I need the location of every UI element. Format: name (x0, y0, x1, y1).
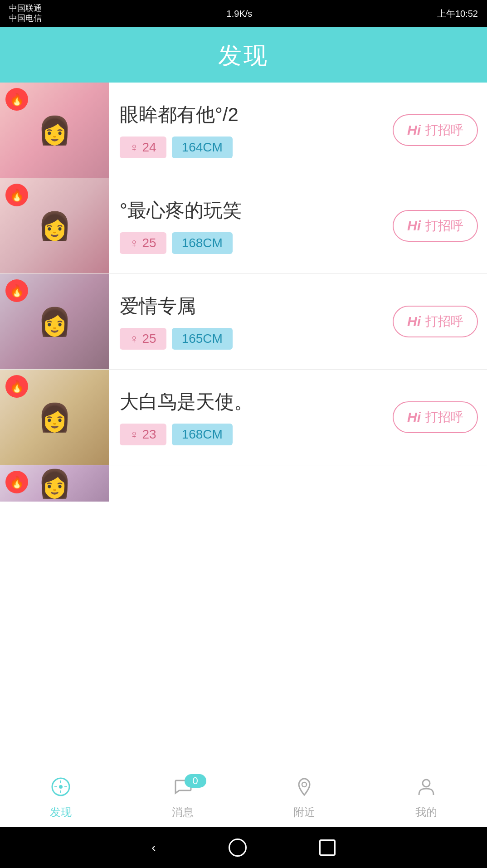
hi-text: 打招呼 (425, 217, 463, 234)
nav-nearby[interactable]: 附近 (244, 773, 365, 823)
user-info: °最心疼的玩笑 ♀ 25 168CM (109, 189, 393, 263)
hi-text: 打招呼 (425, 313, 463, 330)
page-title: 发现 (0, 40, 487, 72)
user-name: 爱情专属 (120, 293, 382, 319)
age-tag: ♀ 25 (120, 328, 166, 350)
user-card: 👩 🔥 眼眸都有他°/2 ♀ 24 164CM Hi 打招呼 (0, 83, 487, 178)
hi-text: 打招呼 (425, 122, 463, 139)
fire-badge: 🔥 (5, 279, 28, 302)
hi-button[interactable]: Hi 打招呼 (393, 401, 478, 433)
avatar-wrap[interactable]: 👩 🔥 (0, 178, 109, 273)
fire-badge: 🔥 (5, 375, 28, 398)
hi-button[interactable]: Hi 打招呼 (393, 210, 478, 242)
person-icon (416, 777, 436, 801)
hi-label: Hi (407, 218, 421, 234)
nav-message[interactable]: 0 消息 (122, 773, 244, 823)
hi-button[interactable]: Hi 打招呼 (393, 114, 478, 146)
hi-label: Hi (407, 314, 421, 329)
age-tag: ♀ 25 (120, 232, 166, 254)
nav-mine[interactable]: 我的 (365, 773, 487, 823)
nav-nearby-label: 附近 (293, 805, 315, 819)
header: 发现 (0, 27, 487, 83)
fire-badge: 🔥 (5, 184, 28, 206)
user-card: 👩 🔥 °最心疼的玩笑 ♀ 25 168CM Hi 打招呼 (0, 178, 487, 274)
network-speed: 1.9K/s (227, 9, 253, 19)
recents-button[interactable] (319, 839, 336, 856)
user-tags: ♀ 24 164CM (120, 137, 382, 158)
user-info: 爱情专属 ♀ 25 165CM (109, 284, 393, 359)
avatar-wrap[interactable]: 👩 🔥 (0, 83, 109, 178)
svg-point-1 (59, 785, 63, 789)
nav-message-label: 消息 (172, 805, 194, 819)
user-card: 👩 🔥 爱情专属 ♀ 25 165CM Hi 打招呼 (0, 274, 487, 370)
back-button[interactable]: ‹ (151, 840, 156, 855)
avatar-wrap[interactable]: 👩 🔥 (0, 465, 109, 502)
user-card: 👩 🔥 (0, 465, 487, 502)
height-tag: 165CM (172, 328, 233, 350)
user-info: 眼眸都有他°/2 ♀ 24 164CM (109, 93, 393, 167)
age-tag: ♀ 24 (120, 137, 166, 158)
user-info: 大白鸟是天使。 ♀ 23 168CM (109, 380, 393, 454)
nearby-icon (294, 777, 314, 801)
user-list: 👩 🔥 眼眸都有他°/2 ♀ 24 164CM Hi 打招呼 👩 🔥 °最心疼的… (0, 83, 487, 773)
gender-icon: ♀ (130, 428, 139, 442)
message-badge: 0 (185, 774, 206, 788)
nav-mine-label: 我的 (415, 805, 437, 819)
height-tag: 168CM (172, 424, 233, 445)
message-wrap: 0 (173, 777, 193, 801)
hi-label: Hi (407, 410, 421, 425)
height-tag: 164CM (172, 137, 233, 158)
home-button[interactable] (229, 839, 247, 857)
user-name: °最心疼的玩笑 (120, 198, 382, 223)
svg-point-6 (302, 782, 307, 787)
bottom-nav: 发现 0 消息 附近 我的 (0, 773, 487, 827)
gender-icon: ♀ (130, 332, 139, 346)
gender-icon: ♀ (130, 236, 139, 250)
user-name: 大白鸟是天使。 (120, 389, 382, 414)
fire-badge: 🔥 (5, 471, 28, 493)
hi-label: Hi (407, 122, 421, 138)
user-card: 👩 🔥 大白鸟是天使。 ♀ 23 168CM Hi 打招呼 (0, 370, 487, 465)
carrier-info: 中国联通 中国电信 (9, 4, 42, 23)
compass-icon (51, 777, 71, 801)
avatar-wrap[interactable]: 👩 🔥 (0, 274, 109, 369)
user-name: 眼眸都有他°/2 (120, 102, 382, 127)
avatar-wrap[interactable]: 👩 🔥 (0, 370, 109, 465)
gender-icon: ♀ (130, 141, 139, 155)
hi-button[interactable]: Hi 打招呼 (393, 306, 478, 337)
fire-badge: 🔥 (5, 88, 28, 111)
age-tag: ♀ 23 (120, 424, 166, 445)
nav-discover-label: 发现 (50, 805, 72, 819)
height-tag: 168CM (172, 232, 233, 254)
hi-text: 打招呼 (425, 409, 463, 426)
nav-discover[interactable]: 发现 (0, 773, 122, 823)
status-bar: 中国联通 中国电信 1.9K/s 上午10:52 (0, 0, 487, 27)
user-tags: ♀ 25 168CM (120, 232, 382, 254)
svg-point-7 (423, 780, 430, 787)
time-battery: 上午10:52 (437, 8, 478, 20)
android-nav: ‹ (0, 827, 487, 868)
user-tags: ♀ 23 168CM (120, 424, 382, 445)
user-tags: ♀ 25 165CM (120, 328, 382, 350)
